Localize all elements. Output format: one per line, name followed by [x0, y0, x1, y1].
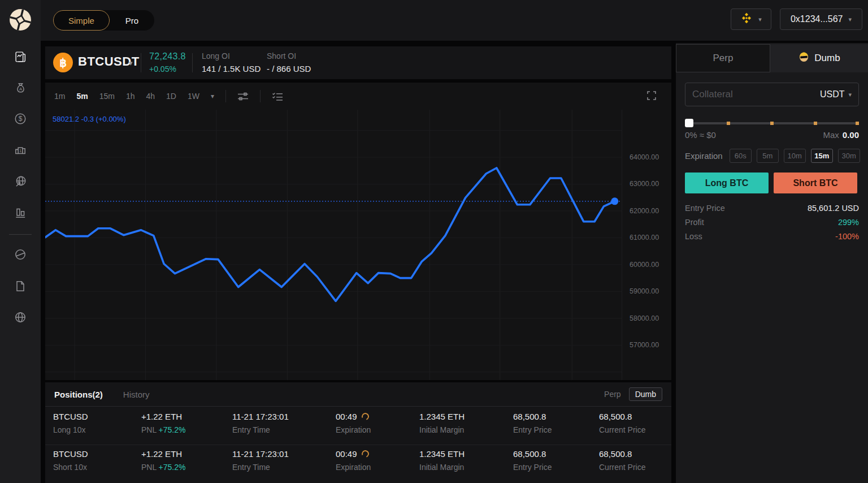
- expiration-option-5m[interactable]: 5m: [757, 149, 779, 163]
- entry-price-row: Entry Price 85,601.2 USD: [685, 204, 859, 213]
- position-expiration-cell: 00:49 Expiration: [336, 449, 419, 481]
- timeframe-more-chevron-icon[interactable]: ▾: [211, 92, 214, 100]
- timeframe-1D[interactable]: 1D: [166, 92, 176, 101]
- tab-dumb[interactable]: Dumb: [770, 44, 868, 72]
- bnb-network-icon: [740, 12, 753, 27]
- entry-price-label: Entry Price: [685, 204, 725, 213]
- checklist-icon[interactable]: [272, 92, 283, 101]
- short-oi-value: - / 866 USD: [267, 64, 311, 74]
- position-entry-time-cell: 11-21 17:23:01 Entry Time: [232, 449, 336, 481]
- slider-max-value: 0.00: [843, 130, 859, 140]
- nav-docs-icon[interactable]: [0, 275, 41, 297]
- position-size: +1.22 ETH: [141, 449, 232, 459]
- loss-row: Loss -100%: [685, 232, 859, 241]
- wallet-address: 0x1234...567: [791, 14, 843, 24]
- symbol-chevron-down-icon[interactable]: ▾: [129, 59, 133, 67]
- positions-perp-toggle[interactable]: Perp: [604, 390, 621, 399]
- network-select-button[interactable]: ▾: [731, 8, 771, 30]
- nav-token-icon[interactable]: [0, 243, 41, 266]
- position-margin: 1.2345 ETH: [419, 449, 513, 459]
- nav-stats-icon[interactable]: [0, 201, 41, 224]
- positions-header: Positions(2) History Perp Dumb: [45, 382, 671, 407]
- expiration-option-15m[interactable]: 15m: [811, 149, 833, 163]
- expiration-timer-icon: [360, 412, 370, 421]
- expiration-options: 60s5m10m15m30m: [730, 149, 860, 163]
- nav-language-icon[interactable]: [0, 306, 41, 329]
- slider-percent-label: 0% ≈ $0: [685, 130, 716, 140]
- expiration-option-10m[interactable]: 10m: [784, 149, 806, 163]
- position-expiration: 00:49: [336, 449, 357, 459]
- position-margin: 1.2345 ETH: [419, 412, 513, 421]
- long-oi-label: Long OI: [202, 51, 261, 61]
- timeframe-list: 1m5m15m1h4h1D1W: [54, 92, 199, 101]
- nav-trade-icon[interactable]: [0, 45, 41, 68]
- slider-labels: 0% ≈ $0 Max0.00: [685, 130, 859, 140]
- position-margin-cell: 1.2345 ETH Initial Margin: [419, 449, 513, 481]
- positions-header-right: Perp Dumb: [604, 387, 662, 401]
- header-divider: [141, 53, 141, 72]
- svg-text:A: A: [19, 87, 22, 92]
- position-current-price-cell: 68,500.8 Current Price: [599, 412, 663, 443]
- chart-panel: 1m5m15m1h4h1D1W ▾ 58021.2 -0.3 (+0.00%) …: [45, 83, 671, 380]
- tab-perp[interactable]: Perp: [676, 44, 770, 72]
- y-axis-tick: 58000.00: [630, 314, 659, 322]
- expiration-option-30m[interactable]: 30m: [838, 149, 860, 163]
- wallet-address-button[interactable]: 0x1234...567 ▾: [780, 8, 862, 30]
- expiration-label: Expiration: [685, 151, 723, 161]
- indicators-icon[interactable]: [237, 92, 249, 101]
- tab-dumb-label: Dumb: [814, 53, 840, 64]
- app-logo[interactable]: [9, 8, 32, 31]
- position-pnl-cell: +1.22 ETH PNL +75.2%: [141, 412, 232, 443]
- chart-toolbar: 1m5m15m1h4h1D1W ▾: [45, 83, 671, 110]
- slider-tick-50: [770, 122, 774, 125]
- timeframe-5m[interactable]: 5m: [76, 92, 88, 101]
- position-expiration-cell: 00:49 Expiration: [336, 412, 419, 443]
- collateral-currency-select[interactable]: USDT: [820, 89, 845, 100]
- loss-label: Loss: [685, 232, 702, 241]
- timeframe-4h[interactable]: 4h: [146, 92, 155, 101]
- toolbar-divider: [225, 90, 226, 102]
- expiration-option-60s[interactable]: 60s: [730, 149, 752, 163]
- position-expiration-label: Expiration: [336, 425, 419, 434]
- position-row-divider: [45, 445, 671, 445]
- btc-coin-icon: ฿: [53, 53, 73, 72]
- position-entry-price-cell: 68,500.8 Entry Price: [513, 412, 599, 443]
- chart-y-axis[interactable]: 64000.0063000.0062000.0061000.0060000.00…: [622, 110, 671, 380]
- tab-history[interactable]: History: [123, 390, 150, 399]
- position-margin-cell: 1.2345 ETH Initial Margin: [419, 412, 513, 443]
- timeframe-1h[interactable]: 1h: [126, 92, 135, 101]
- positions-dumb-toggle[interactable]: Dumb: [629, 387, 662, 401]
- collateral-input[interactable]: [692, 89, 820, 100]
- nav-leaderboard-icon[interactable]: 1: [0, 139, 41, 162]
- position-entry-price: 68,500.8: [513, 449, 599, 459]
- position-entry-time-cell: 11-21 17:23:01 Entry Time: [232, 412, 336, 443]
- position-symbol-cell: BTCUSD Long 10x: [53, 412, 141, 443]
- loss-value: -100%: [835, 232, 859, 241]
- price-chart[interactable]: [45, 110, 622, 380]
- position-entry-time-label: Entry Time: [232, 425, 336, 434]
- mode-simple-button[interactable]: Simple: [53, 10, 110, 31]
- fullscreen-icon[interactable]: [646, 90, 657, 103]
- position-row: BTCUSD Long 10x +1.22 ETH PNL +75.2% 11-…: [53, 412, 663, 443]
- mode-pro-button[interactable]: Pro: [110, 10, 154, 31]
- leverage-slider[interactable]: [685, 119, 859, 128]
- entry-price-value: 85,601.2 USD: [808, 204, 859, 213]
- expiration-timer-icon: [360, 449, 370, 459]
- y-axis-tick: 60000.00: [630, 261, 659, 269]
- nav-rewards-icon[interactable]: $: [0, 107, 41, 130]
- timeframe-1m[interactable]: 1m: [54, 92, 65, 101]
- nav-referral-icon[interactable]: [0, 170, 41, 193]
- position-side: Long 10x: [53, 425, 141, 434]
- timeframe-1W[interactable]: 1W: [188, 92, 199, 101]
- position-symbol-cell: BTCUSD Short 10x: [53, 449, 141, 481]
- nav-earn-icon[interactable]: A: [0, 76, 41, 99]
- slider-handle[interactable]: [685, 119, 693, 127]
- sidebar: A $ 1: [0, 0, 41, 483]
- y-axis-tick: 62000.00: [630, 207, 659, 215]
- timeframe-15m[interactable]: 15m: [99, 92, 115, 101]
- mode-toggle: Simple Pro: [53, 10, 154, 31]
- long-btc-button[interactable]: Long BTC: [685, 172, 769, 193]
- short-btc-button[interactable]: Short BTC: [774, 172, 857, 193]
- tab-positions[interactable]: Positions(2): [54, 390, 103, 399]
- chevron-down-icon[interactable]: ▾: [848, 91, 852, 98]
